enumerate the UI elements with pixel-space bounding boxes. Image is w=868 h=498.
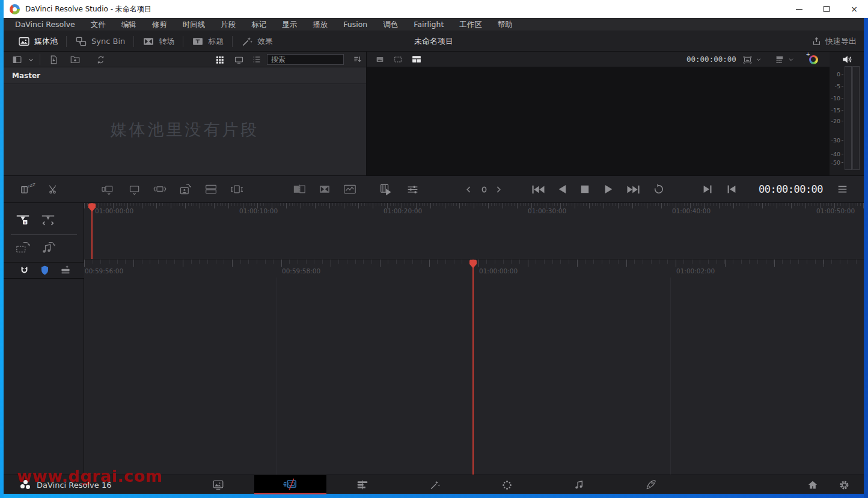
timeline-overview-ruler[interactable] — [84, 203, 864, 217]
place-on-top-icon[interactable] — [176, 176, 195, 202]
chevron-down-icon[interactable] — [754, 52, 763, 67]
transitions-button[interactable]: 转场 — [134, 31, 183, 51]
viewer-timecode[interactable]: 00:00:00:00 — [686, 52, 729, 67]
play-reverse-button[interactable] — [553, 176, 571, 202]
transition-tool-icon[interactable] — [315, 176, 334, 202]
app-logo-icon — [10, 4, 20, 14]
trim-mode-icon[interactable] — [290, 176, 309, 202]
tools-mixer-icon[interactable] — [403, 176, 422, 202]
playhead-line[interactable] — [472, 260, 474, 475]
resolve-fx-icon[interactable] — [805, 52, 821, 67]
timeline-options-icon[interactable]: zZZ — [18, 176, 38, 202]
jog-reverse-icon[interactable] — [463, 176, 474, 202]
timeline-gridline — [670, 278, 671, 475]
playhead-marker[interactable] — [469, 260, 477, 271]
timeline-view-icon[interactable] — [376, 176, 397, 202]
menu-edit[interactable]: 编辑 — [114, 18, 144, 31]
transform-tools-icon[interactable] — [741, 52, 754, 67]
menu-mark[interactable]: 标记 — [243, 18, 274, 31]
sync-bin-button[interactable]: Sync Bin — [67, 31, 133, 51]
stop-button[interactable] — [576, 176, 594, 202]
dynamic-trim-icon[interactable] — [37, 210, 59, 229]
insert-video-icon[interactable] — [12, 238, 34, 257]
crop-view-icon[interactable] — [391, 52, 405, 67]
filmstrip-view-icon[interactable] — [231, 52, 246, 67]
titles-button[interactable]: 标题 — [183, 31, 232, 51]
jog-dot-icon[interactable] — [478, 176, 489, 202]
search-input[interactable] — [267, 54, 344, 65]
menu-file[interactable]: 文件 — [83, 18, 114, 31]
menu-trim[interactable]: 修剪 — [144, 18, 175, 31]
flag-icon[interactable] — [36, 263, 53, 278]
play-to-out-icon[interactable] — [698, 176, 717, 202]
transport-timecode[interactable]: 00:00:00:00 — [759, 176, 814, 202]
keyframe-curve-icon[interactable] — [340, 176, 359, 202]
home-button[interactable] — [799, 475, 826, 494]
grid-view-icon[interactable] — [212, 52, 227, 67]
import-folder-icon[interactable] — [67, 52, 83, 67]
menu-davinci-resolve[interactable]: DaVinci Resolve — [7, 18, 83, 31]
chevron-down-icon[interactable] — [786, 52, 796, 67]
razor-icon[interactable] — [44, 176, 61, 202]
import-media-icon[interactable] — [46, 52, 61, 67]
chevron-down-icon[interactable] — [25, 52, 36, 67]
menu-playback[interactable]: 播放 — [305, 18, 335, 31]
page-tab-edit[interactable] — [349, 475, 376, 494]
fit-to-fill-icon[interactable] — [227, 176, 246, 202]
desktop-edge-right — [864, 18, 868, 498]
jog-forward-icon[interactable] — [493, 176, 504, 202]
speaker-icon[interactable] — [841, 53, 853, 65]
ripple-overwrite-icon[interactable] — [150, 176, 170, 202]
page-tab-fusion[interactable] — [421, 475, 448, 494]
page-tab-media[interactable] — [205, 475, 231, 494]
overview-playhead-marker[interactable] — [88, 203, 96, 214]
loop-playback-icon[interactable] — [649, 176, 668, 202]
zoom-options-icon[interactable] — [773, 52, 786, 67]
titles-label: 标题 — [208, 36, 224, 47]
page-tab-fairlight[interactable] — [566, 475, 592, 494]
timeline-detail[interactable]: 00:59:56:00 00:59:58:00 01:00:00:00 01:0… — [84, 260, 864, 475]
ruler-label: 01:00:02:00 — [676, 267, 715, 275]
db-label: -10 — [830, 95, 840, 102]
play-from-in-icon[interactable] — [723, 176, 741, 202]
list-view-icon[interactable] — [249, 52, 264, 67]
sort-icon[interactable] — [350, 52, 365, 67]
append-clip-icon[interactable] — [125, 176, 144, 202]
media-pool-button[interactable]: 媒体池 — [10, 31, 66, 51]
trim-edit-mode-icon[interactable]: a — [12, 210, 34, 229]
snapping-magnet-icon[interactable] — [16, 263, 32, 278]
effects-button[interactable]: 效果 — [233, 31, 281, 51]
media-pool-icon — [18, 35, 30, 47]
source-overwrite-icon[interactable] — [201, 176, 221, 202]
menu-fusion[interactable]: Fusion — [335, 18, 375, 31]
menu-color[interactable]: 调色 — [375, 18, 406, 31]
add-marker-icon[interactable] — [57, 263, 75, 278]
maximize-button[interactable] — [813, 0, 840, 18]
play-button[interactable] — [600, 176, 618, 202]
quick-export-button[interactable]: 快速导出 — [811, 31, 857, 51]
multiview-icon[interactable] — [409, 52, 424, 67]
minimize-button[interactable] — [785, 0, 813, 18]
page-tab-deliver[interactable] — [638, 475, 664, 494]
db-label: -15 — [830, 107, 840, 114]
menu-clip[interactable]: 片段 — [213, 18, 243, 31]
close-button[interactable]: × — [840, 0, 868, 18]
timeline-menu-icon[interactable] — [833, 176, 851, 202]
timeline-overview[interactable]: 01:00:00:00 01:00:10:00 01:00:20:00 01:0… — [84, 203, 864, 260]
menu-help[interactable]: 帮助 — [490, 18, 521, 31]
insert-audio-icon[interactable] — [37, 238, 59, 257]
bin-header[interactable]: Master — [4, 68, 366, 84]
source-view-icon[interactable] — [373, 52, 387, 67]
menu-view[interactable]: 显示 — [274, 18, 305, 31]
menu-workspace[interactable]: 工作区 — [451, 18, 490, 31]
panel-toggle-icon[interactable] — [10, 52, 24, 67]
menu-timeline[interactable]: 时间线 — [175, 18, 213, 31]
refresh-sync-icon[interactable] — [93, 52, 108, 67]
page-tab-color[interactable] — [494, 475, 520, 494]
smart-insert-icon[interactable] — [99, 176, 118, 202]
go-to-last-frame-icon[interactable] — [623, 176, 643, 202]
go-to-first-frame-icon[interactable] — [528, 176, 548, 202]
menu-fairlight[interactable]: Fairlight — [406, 18, 451, 31]
settings-button[interactable] — [831, 475, 857, 494]
page-tab-cut[interactable] — [254, 475, 326, 494]
